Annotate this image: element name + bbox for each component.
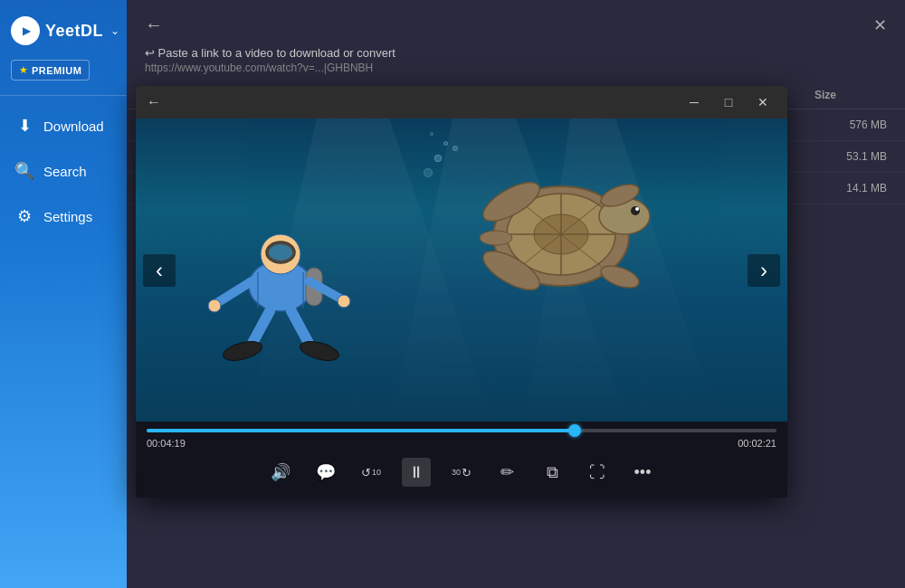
svg-point-26 xyxy=(338,295,350,308)
svg-line-27 xyxy=(252,311,270,345)
row-size: 576 MB xyxy=(814,119,887,131)
progress-thumb[interactable] xyxy=(568,424,581,437)
progress-fill xyxy=(147,429,575,432)
player-titlebar: ← ─ □ ✕ xyxy=(136,86,787,119)
url-partial: https://www.youtube.com/watch?v=...|GHBN… xyxy=(145,62,887,74)
volume-button[interactable]: 🔊 xyxy=(266,458,295,487)
svg-line-23 xyxy=(215,281,252,304)
bubble xyxy=(434,155,442,162)
sidebar-item-settings[interactable]: ⚙ Settings xyxy=(0,194,127,239)
sidebar-label-settings: Settings xyxy=(43,209,92,224)
svg-point-17 xyxy=(480,231,512,245)
fullscreen-button[interactable]: ⛶ xyxy=(583,458,612,487)
col-header-size: Size xyxy=(814,89,887,101)
time-elapsed: 00:04:19 xyxy=(147,438,186,449)
video-area: ‹ › xyxy=(136,119,787,422)
url-bar: ↩ Paste a link to a video to download or… xyxy=(127,46,905,81)
pip-button[interactable]: ⧉ xyxy=(538,458,567,487)
paste-hint: ↩ Paste a link to a video to download or… xyxy=(145,46,887,60)
maximize-button[interactable]: □ xyxy=(715,89,742,116)
premium-label: PREMIUM xyxy=(32,65,81,76)
bubble xyxy=(424,168,433,177)
svg-point-21 xyxy=(269,244,292,261)
bubble xyxy=(430,132,433,136)
download-icon: ⬇ xyxy=(14,116,34,136)
sidebar-item-download[interactable]: ⬇ Download xyxy=(0,103,127,148)
sidebar-item-search[interactable]: 🔍 Search xyxy=(0,148,127,194)
logo-area: YeetDL ⌄ xyxy=(0,0,127,56)
search-icon: 🔍 xyxy=(14,161,34,181)
svg-point-12 xyxy=(635,207,639,211)
star-icon: ★ xyxy=(19,64,28,76)
more-options-button[interactable]: ••• xyxy=(628,458,657,487)
app-window: YeetDL ⌄ ★ PREMIUM ⬇ Download 🔍 Search ⚙… xyxy=(0,0,905,588)
controls-row: 🔊 💬 ↺10 ⏸ 30↻ ✏ ⧉ ⛶ xyxy=(147,454,776,490)
sidebar-nav: ⬇ Download 🔍 Search ⚙ Settings xyxy=(0,96,127,239)
forward-30-button[interactable]: 30↻ xyxy=(447,458,476,487)
sidebar: YeetDL ⌄ ★ PREMIUM ⬇ Download 🔍 Search ⚙… xyxy=(0,0,127,588)
time-row: 00:04:19 00:02:21 xyxy=(147,438,776,449)
rewind-10-button[interactable]: ↺10 xyxy=(357,458,386,487)
window-controls: ─ □ ✕ xyxy=(681,89,776,116)
underwater-scene: ‹ › xyxy=(136,119,787,422)
main-content: ← ✕ ↩ Paste a link to a video to downloa… xyxy=(127,0,905,588)
next-arrow-button[interactable]: › xyxy=(748,254,780,287)
sidebar-label-search: Search xyxy=(43,164,87,179)
progress-bar[interactable] xyxy=(147,429,776,432)
close-button[interactable]: ✕ xyxy=(873,15,887,35)
premium-badge[interactable]: ★ PREMIUM xyxy=(11,60,90,81)
svg-line-28 xyxy=(291,311,310,345)
sidebar-label-download: Download xyxy=(43,119,104,134)
bubble xyxy=(443,141,448,146)
player-close-button[interactable]: ✕ xyxy=(749,89,776,116)
annotation-button[interactable]: ✏ xyxy=(492,458,521,487)
main-header: ← ✕ xyxy=(127,0,905,46)
minimize-button[interactable]: ─ xyxy=(681,89,708,116)
prev-arrow-button[interactable]: ‹ xyxy=(143,254,176,287)
chevron-icon: ⌄ xyxy=(110,24,119,37)
play-pause-button[interactable]: ⏸ xyxy=(402,458,431,487)
player-back-button[interactable]: ← xyxy=(147,94,168,110)
media-player: ← ─ □ ✕ xyxy=(136,86,787,498)
turtle-svg xyxy=(443,146,679,327)
app-title: YeetDL xyxy=(45,22,103,41)
back-button[interactable]: ← xyxy=(145,14,163,35)
svg-point-11 xyxy=(631,206,640,215)
svg-point-25 xyxy=(208,299,221,312)
captions-button[interactable]: 💬 xyxy=(311,458,340,487)
time-remaining: 00:02:21 xyxy=(738,438,776,449)
row-size: 53.1 MB xyxy=(814,150,887,163)
settings-icon: ⚙ xyxy=(14,206,34,226)
row-size: 14.1 MB xyxy=(814,182,887,194)
player-controls: 00:04:19 00:02:21 🔊 💬 ↺10 ⏸ 30↻ xyxy=(136,422,787,498)
logo-icon xyxy=(11,16,40,45)
bubble xyxy=(452,146,458,151)
diver-svg xyxy=(190,204,407,367)
